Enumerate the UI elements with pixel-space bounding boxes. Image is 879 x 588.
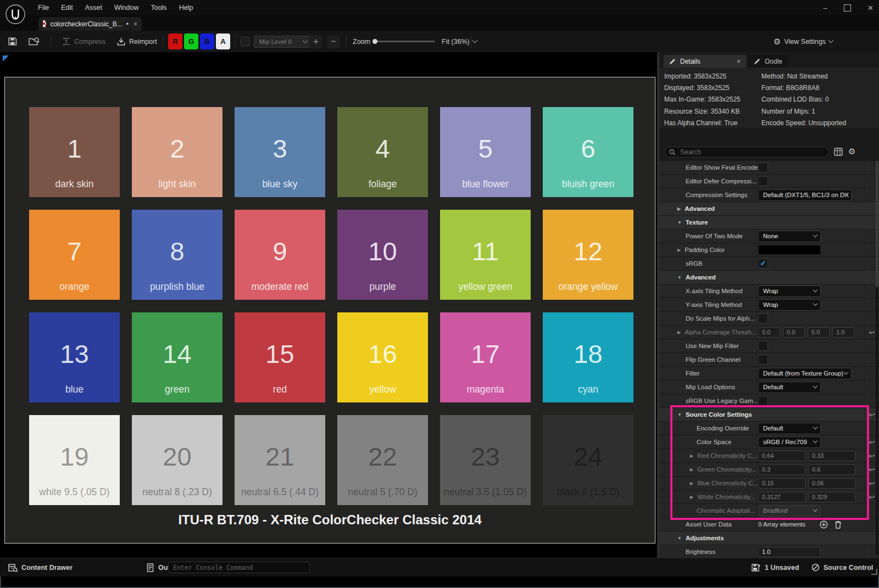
unsaved-button[interactable]: 1 Unsaved (752, 558, 799, 576)
zoom-slider-knob[interactable] (372, 39, 377, 44)
patch-number: 12 (543, 236, 633, 266)
toolbar: Compress Reimport R G B A Mip Level 0 + … (0, 31, 879, 53)
dropdown-mip-load-options[interactable]: Default (758, 382, 821, 393)
category-row[interactable]: ▼Source Color Settings↩ (659, 408, 879, 421)
texture-viewport[interactable]: ITU-R BT.709 - X-Rite ColorChecker Class… (0, 52, 657, 558)
category-row[interactable]: ▶Advanced (659, 202, 879, 215)
patch-name: magenta (440, 384, 531, 395)
number-field[interactable]: 1.0 (832, 327, 854, 338)
green-channel-button[interactable]: G (184, 33, 198, 49)
search-box[interactable] (664, 147, 829, 158)
checkbox[interactable] (758, 396, 768, 406)
details-scrollbar[interactable] (876, 161, 878, 555)
number-field[interactable]: 0.0 (758, 327, 780, 338)
search-input[interactable] (679, 148, 824, 156)
checkbox[interactable]: ✓ (758, 259, 768, 268)
chevron-down-icon (844, 370, 848, 374)
delete-elements-button[interactable] (835, 520, 842, 529)
menu-item-file[interactable]: File (32, 4, 55, 12)
number-field[interactable]: 0.0 (783, 327, 805, 338)
property-value: Default (DXT1/5, BC1/3 on DX (758, 188, 864, 201)
category-row[interactable]: ▼Texture (659, 216, 879, 229)
dropdown-encoding-override[interactable]: Default (758, 423, 821, 434)
menu-item-help[interactable]: Help (173, 4, 199, 12)
red-channel-button[interactable]: R (168, 33, 182, 49)
dropdown-filter[interactable]: Default (from Texture Group) (758, 368, 852, 379)
checkbox[interactable] (758, 176, 768, 186)
dropdown-compression-settings[interactable]: Default (DXT1/5, BC1/3 on DX (758, 189, 852, 201)
channel-buttons: R G B A (168, 31, 230, 52)
browse-to-asset-button[interactable] (29, 31, 40, 52)
fit-dropdown[interactable]: Fit (36%) (442, 31, 477, 52)
check-icon: ✓ (760, 260, 766, 267)
number-field[interactable]: 0.329 (808, 492, 855, 502)
resize-grip[interactable] (871, 569, 877, 575)
number-field[interactable]: 0.15 (758, 478, 805, 489)
menu-item-tools[interactable]: Tools (144, 4, 173, 12)
dropdown-color-space[interactable]: sRGB / Rec709 (758, 436, 821, 448)
number-field[interactable]: 1.0 (758, 547, 821, 557)
property-label: Mip Load Options (659, 380, 758, 394)
minimize-button[interactable]: – (824, 4, 827, 12)
reimport-button[interactable]: Reimport (116, 31, 157, 52)
property-label: ▶Padding Color (659, 243, 758, 256)
details-settings-gear-icon[interactable]: ⚙ (848, 147, 855, 156)
info-line: Format: B8G8R8A8 (761, 82, 846, 94)
checkbox[interactable] (758, 341, 768, 351)
mip-minus-button[interactable]: − (327, 31, 340, 52)
display-options-icon[interactable] (834, 148, 843, 156)
console-command-input[interactable] (168, 562, 310, 573)
texture-caption: ITU-R BT.709 - X-Rite ColorChecker Class… (5, 512, 655, 528)
asset-tab[interactable]: colorcheckerClassic_B... • × (38, 17, 142, 31)
chevron-down-icon (813, 384, 817, 388)
menu-item-edit[interactable]: Edit (55, 4, 79, 12)
number-field[interactable]: 0.33 (808, 451, 855, 461)
source-control-button[interactable]: Source Control (811, 558, 873, 576)
menu-item-asset[interactable]: Asset (79, 4, 108, 12)
checkbox[interactable] (758, 355, 768, 365)
menu-item-window[interactable]: Window (108, 4, 144, 12)
category-label: Texture (686, 219, 708, 226)
dropdown-chromatic-adaptati-[interactable]: Bradford (758, 505, 821, 517)
mip-level-dropdown[interactable]: Mip Level 0 (254, 31, 311, 52)
property-row: ▶Blue Chromaticity C...0.150.06↩ (659, 477, 879, 490)
number-field[interactable]: 0.6 (808, 464, 855, 475)
tab-close-icon[interactable]: × (133, 20, 137, 28)
dropdown-y-axis-tiling-method[interactable]: Wrap (758, 299, 821, 311)
number-field[interactable]: 0.06 (808, 478, 855, 489)
content-drawer-button[interactable]: Content Drawer (8, 558, 73, 576)
save-button[interactable] (8, 31, 17, 52)
category-row[interactable]: ▼Advanced (659, 271, 879, 284)
colorchecker-texture: ITU-R BT.709 - X-Rite ColorChecker Class… (4, 77, 655, 544)
compress-button[interactable]: Compress (62, 31, 105, 52)
patch-name: cyan (543, 384, 633, 395)
maximize-button[interactable] (844, 4, 851, 12)
number-field[interactable]: 0.3 (758, 464, 805, 475)
padding-color-swatch[interactable] (758, 245, 821, 255)
patch-number: 4 (337, 133, 428, 164)
checkbox[interactable] (758, 313, 768, 323)
property-value: 0.640.33 (758, 449, 864, 462)
number-field[interactable]: 0.0 (808, 327, 830, 338)
close-button[interactable]: ✕ (867, 4, 874, 12)
add-element-button[interactable] (820, 520, 828, 529)
color-patch: 14green (132, 312, 222, 402)
color-patch: 8purplish blue (132, 210, 222, 300)
tab-details[interactable]: Details × (664, 55, 746, 68)
compress-icon (62, 37, 71, 46)
asset-tab-title: colorcheckerClassic_B... (50, 20, 122, 28)
mip-checkbox[interactable] (241, 31, 250, 52)
zoom-slider[interactable] (374, 41, 435, 42)
dropdown-x-axis-tiling-method[interactable]: Wrap (758, 285, 821, 297)
mip-plus-button[interactable]: + (309, 31, 322, 52)
tab-oodle[interactable]: Oodle (748, 55, 788, 68)
blue-channel-button[interactable]: B (200, 33, 214, 49)
view-settings-button[interactable]: ⚙ View Settings (774, 31, 833, 52)
details-tab-close-icon[interactable]: × (737, 58, 741, 65)
number-field[interactable]: 0.3127 (758, 492, 805, 502)
number-field[interactable]: 0.64 (758, 451, 805, 461)
category-row[interactable]: ▼Adjustments (659, 531, 879, 545)
dropdown-power-of-two-mode[interactable]: None (758, 231, 821, 242)
alpha-channel-button[interactable]: A (216, 33, 230, 49)
checkbox[interactable] (758, 163, 768, 172)
